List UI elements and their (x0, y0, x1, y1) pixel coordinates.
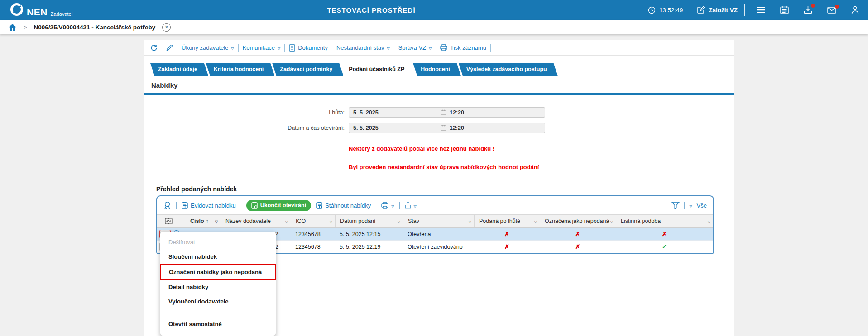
column-filter-caret-icon[interactable] (215, 218, 218, 224)
menu-label: Správa VZ (398, 44, 426, 51)
download-tray-icon (804, 6, 812, 14)
nen-logo[interactable]: NEN Zadavatel (10, 3, 72, 17)
profile-button[interactable] (851, 6, 859, 14)
column-header-stav[interactable]: Stav (403, 215, 474, 227)
breadcrumb-item[interactable]: N006/25/V00004421 - Kancelářské potřeby (34, 24, 156, 31)
filter-button[interactable] (671, 202, 680, 209)
menu-item-detail-nabidky[interactable]: Detail nabídky (160, 280, 276, 294)
warning-nonstandard-state: Byl proveden nestandardní stav úprava na… (349, 164, 734, 170)
column-header-podana-po-lhute[interactable]: Podaná po lhůtě (474, 215, 540, 227)
menu-ukony-zadavatele[interactable]: Úkony zadavatele (182, 44, 234, 51)
evidovat-label: Evidovat nabídku (191, 202, 236, 209)
tab-podani-ucastniku-zp[interactable]: Podání účastníků ZP (341, 63, 415, 76)
column-label: Název dodavatele (225, 218, 271, 224)
menu-separator (160, 313, 276, 313)
oteviranai-time-value[interactable]: 12:20 (450, 125, 464, 131)
oteviranai-date-value[interactable]: 5. 5. 2025 (353, 125, 441, 131)
cell-podana-po-lhute: ✗ (474, 228, 540, 240)
tab-zakladni-udaje[interactable]: Základní údaje (150, 63, 208, 76)
toolbar-divider (176, 202, 177, 209)
column-header-listinna-podoba[interactable]: Listinná podoba (616, 215, 713, 227)
cell-listinna-podoba: ✓ (616, 241, 713, 253)
toolbar-divider (399, 202, 400, 209)
menu-komunikace[interactable]: Komunikace (243, 44, 281, 51)
logo-subtitle: Zadavatel (51, 11, 72, 17)
filter-vse-label[interactable]: Vše (697, 202, 707, 209)
column-header-cislo[interactable]: Číslo (180, 215, 221, 227)
menu-item-vylouceni-dodavatele[interactable]: Vyloučení dodavatele (160, 294, 276, 309)
downloads-button[interactable] (804, 6, 812, 14)
clock-value: 13:52:49 (659, 7, 683, 14)
document-icon (289, 44, 295, 52)
column-filter-caret-icon[interactable] (534, 218, 537, 224)
downloads-badge (811, 4, 815, 8)
grid-toolbar: Evidovat nabídku Ukončit otevírání (157, 196, 713, 214)
oteviranai-field[interactable]: 5. 5. 2025 12:20 (349, 123, 545, 133)
lhuta-time-value[interactable]: 12:20 (450, 109, 464, 116)
cell-podana-po-lhute: ✗ (474, 241, 540, 253)
ukoncit-oteviranai-button[interactable]: Ukončit otevírání (246, 200, 311, 211)
close-tab-icon[interactable] (162, 23, 171, 32)
tab-vysledek-zadavaciho-postupu[interactable]: Výsledek zadávacího postupu (459, 63, 558, 76)
award-button[interactable] (163, 201, 171, 210)
header-divider (744, 4, 745, 16)
column-header-ico[interactable]: IČO (291, 215, 335, 227)
tab-kriteria-hodnoceni[interactable]: Kritéria hodnocení (206, 63, 274, 76)
export-grid-button[interactable] (405, 202, 417, 209)
logo-text: NEN (27, 7, 48, 17)
menu-item-oznaceni-nabidky-jako-nepodana[interactable]: Označení nabídky jako nepodaná (160, 264, 276, 280)
column-filter-caret-icon[interactable] (285, 218, 288, 224)
evidovat-nabidku-button[interactable]: Evidovat nabídku (182, 202, 236, 209)
print-grid-button[interactable] (381, 202, 394, 209)
messages-button[interactable] (827, 7, 836, 14)
menu-dokumenty[interactable]: Dokumenty (289, 44, 328, 52)
menu-label: Tisk záznamu (450, 44, 486, 51)
grid-title: Přehled podaných nabídek (156, 185, 734, 193)
server-clock: 13:52:49 (648, 6, 683, 14)
actions-divider (332, 44, 332, 52)
column-label: Stav (408, 218, 419, 224)
tab-zadavaci-podminky[interactable]: Zadávací podmínky (272, 63, 343, 76)
column-header-nazev-dodavatele[interactable]: Název dodavatele (221, 215, 291, 227)
cell-ico: 12345678 (291, 241, 335, 253)
column-header-oznacena-jako-nepodana[interactable]: Označena jako nepodaná (540, 215, 616, 227)
menu-nestandardni-stav[interactable]: Nestandardní stav (336, 44, 390, 51)
column-chooser-header[interactable] (157, 215, 180, 227)
header-divider (690, 4, 690, 16)
column-label: Číslo (190, 218, 204, 224)
history-refresh-button[interactable] (150, 44, 158, 52)
menu-item-otevrit-samostatne[interactable]: Otevřít samostatně (160, 317, 276, 331)
clipboard-check-icon (251, 202, 258, 209)
column-filter-caret-icon[interactable] (708, 218, 710, 224)
column-filter-caret-icon[interactable] (610, 218, 613, 224)
column-header-datum-podani[interactable]: Datum podání (335, 215, 403, 227)
edit-square-icon (697, 6, 705, 14)
home-icon[interactable] (8, 24, 17, 31)
column-filter-caret-icon[interactable] (330, 218, 332, 224)
toolbar-divider (241, 202, 241, 209)
menu-item-slouceni-nabidek[interactable]: Sloučení nabídek (160, 250, 276, 264)
clock-icon (648, 6, 656, 14)
calendar-icon[interactable] (441, 125, 446, 131)
menu-tisk-zaznamu[interactable]: Tisk záznamu (440, 44, 486, 51)
calendar-icon[interactable] (441, 109, 446, 115)
lhuta-date-value[interactable]: 5. 5. 2025 (353, 109, 441, 116)
header-icon-cluster (756, 6, 859, 14)
zalozit-vz-button[interactable]: Založit VZ (697, 6, 738, 14)
stahnout-nabidky-button[interactable]: Stáhnout nabídky (316, 202, 371, 209)
calendar-button[interactable] (780, 6, 789, 14)
column-filter-caret-icon[interactable] (469, 218, 471, 224)
dropdown-caret-icon (689, 202, 692, 209)
dropdown-caret-icon (391, 202, 394, 209)
main-menu-button[interactable] (756, 6, 765, 14)
cell-datum: 5. 5. 2025 12:19 (335, 241, 403, 253)
lhuta-label: Lhůta: (144, 109, 345, 116)
menu-sprava-vz[interactable]: Správa VZ (398, 44, 432, 51)
page-body: Úkony zadavatele Komunikace Dokumenty (0, 34, 868, 336)
column-filter-caret-icon[interactable] (398, 218, 400, 224)
lhuta-field[interactable]: 5. 5. 2025 12:20 (349, 107, 545, 118)
column-chooser-icon (165, 218, 173, 224)
tab-hodnoceni[interactable]: Hodnocení (413, 63, 461, 76)
record-actions-bar: Úkony zadavatele Komunikace Dokumenty (144, 40, 734, 56)
edit-record-button[interactable] (166, 44, 173, 51)
